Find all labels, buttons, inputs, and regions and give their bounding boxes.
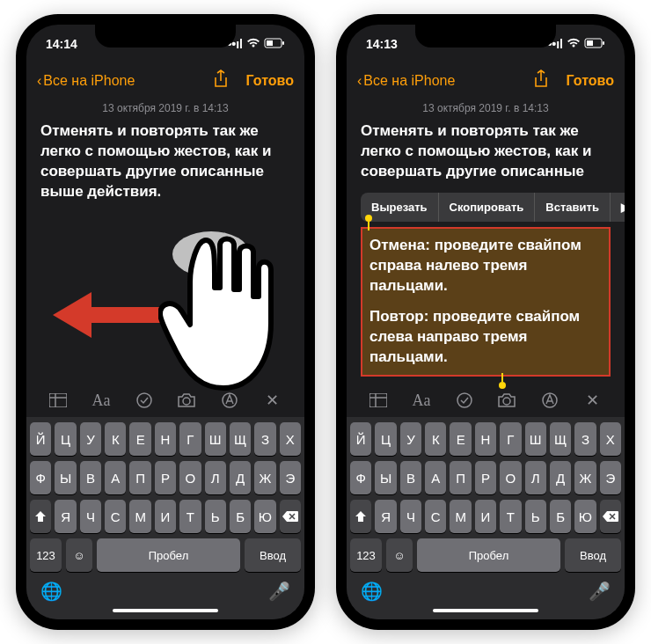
key-letter[interactable]: Я	[375, 500, 396, 533]
key-letter[interactable]: Т	[500, 500, 521, 533]
key-letter[interactable]: Ш	[525, 422, 546, 456]
key-emoji[interactable]: ☺	[66, 538, 92, 572]
key-letter[interactable]: Р	[155, 461, 176, 494]
back-button[interactable]: ‹Все на iPhone	[37, 73, 135, 89]
key-letter[interactable]: Ь	[525, 500, 546, 533]
key-letter[interactable]: Д	[550, 461, 571, 494]
ctx-copy[interactable]: Скопировать	[439, 193, 536, 223]
key-letter[interactable]: П	[129, 461, 150, 494]
key-return[interactable]: Ввод	[245, 538, 301, 572]
key-letter[interactable]: С	[425, 500, 446, 533]
note-content[interactable]: Отменять и повторять так же легко с помо…	[347, 121, 625, 384]
key-letter[interactable]: Щ	[230, 422, 251, 456]
key-letter[interactable]: Б	[230, 500, 251, 533]
key-letter[interactable]: Х	[600, 422, 621, 456]
key-letter[interactable]: Ш	[205, 422, 226, 456]
key-letter[interactable]: Ж	[254, 461, 275, 494]
key-letter[interactable]: У	[80, 422, 101, 456]
key-letter[interactable]: Г	[500, 422, 521, 456]
key-letter[interactable]: П	[450, 461, 471, 494]
key-letter[interactable]: Л	[205, 461, 226, 494]
key-letter[interactable]: У	[400, 422, 421, 456]
key-letter[interactable]: Ф	[350, 461, 371, 494]
key-letter[interactable]: Ы	[55, 461, 76, 494]
ctx-cut[interactable]: Вырезать	[361, 193, 439, 223]
key-letter[interactable]: К	[105, 422, 126, 456]
home-indicator[interactable]	[113, 609, 218, 612]
selection-handle-start[interactable]	[368, 222, 369, 231]
key-letter[interactable]: В	[400, 461, 421, 494]
key-letter[interactable]: К	[425, 422, 446, 456]
share-icon[interactable]	[533, 70, 549, 92]
key-letter[interactable]: Р	[475, 461, 496, 494]
key-letter[interactable]: М	[129, 500, 150, 533]
key-letter[interactable]: Т	[179, 500, 201, 533]
key-letter[interactable]: О	[179, 461, 201, 494]
text-format-button[interactable]: Aa	[412, 391, 431, 410]
key-letter[interactable]: Н	[475, 422, 496, 456]
globe-icon[interactable]: 🌐	[40, 581, 62, 602]
mic-icon[interactable]: 🎤	[589, 581, 611, 602]
key-letter[interactable]: Ц	[375, 422, 396, 456]
key-letter[interactable]: Щ	[550, 422, 571, 456]
key-letter[interactable]: А	[425, 461, 446, 494]
key-letter[interactable]: Ю	[574, 500, 596, 533]
key-letter[interactable]: Ф	[30, 461, 51, 494]
key-letter[interactable]: Ц	[55, 422, 76, 456]
key-space[interactable]: Пробел	[97, 538, 240, 572]
mic-icon[interactable]: 🎤	[268, 581, 290, 602]
checklist-icon[interactable]	[455, 391, 474, 410]
key-letter[interactable]: Ж	[574, 461, 596, 494]
key-letter[interactable]: Ч	[400, 500, 421, 533]
key-shift[interactable]	[350, 500, 371, 533]
table-icon[interactable]	[369, 391, 388, 410]
key-letter[interactable]: И	[155, 500, 176, 533]
key-letter[interactable]: Я	[55, 500, 76, 533]
back-button[interactable]: ‹Все на iPhone	[357, 73, 455, 89]
key-letter[interactable]: Ы	[375, 461, 396, 494]
done-button[interactable]: Готово	[567, 73, 614, 89]
key-letter[interactable]: З	[574, 422, 596, 456]
key-123[interactable]: 123	[350, 538, 382, 572]
key-123[interactable]: 123	[30, 538, 62, 572]
key-letter[interactable]: Э	[600, 461, 621, 494]
key-letter[interactable]: С	[105, 500, 126, 533]
key-letter[interactable]: Ю	[254, 500, 275, 533]
key-space[interactable]: Пробел	[417, 538, 560, 572]
key-letter[interactable]: Б	[550, 500, 571, 533]
ctx-more[interactable]: ▶	[611, 193, 625, 223]
key-backspace[interactable]	[280, 500, 301, 533]
key-shift[interactable]	[30, 500, 51, 533]
key-emoji[interactable]: ☺	[386, 538, 413, 572]
key-letter[interactable]: В	[80, 461, 101, 494]
key-letter[interactable]: З	[254, 422, 275, 456]
markup-icon[interactable]	[540, 391, 560, 410]
ctx-paste[interactable]: Вставить	[535, 193, 611, 223]
done-button[interactable]: Готово	[246, 73, 294, 89]
key-letter[interactable]: Ч	[80, 500, 101, 533]
key-letter[interactable]: Й	[350, 422, 371, 456]
globe-icon[interactable]: 🌐	[361, 581, 383, 602]
key-backspace[interactable]	[600, 500, 621, 533]
key-letter[interactable]: Ь	[205, 500, 226, 533]
share-icon[interactable]	[213, 70, 229, 92]
key-letter[interactable]: Н	[155, 422, 176, 456]
selected-text[interactable]: Отмена: проведите свайпом справа налево …	[361, 227, 611, 377]
selection-handle-end[interactable]	[501, 373, 503, 382]
key-letter[interactable]: М	[450, 500, 471, 533]
key-letter[interactable]: Г	[179, 422, 201, 456]
key-letter[interactable]: А	[105, 461, 126, 494]
camera-icon[interactable]	[497, 391, 516, 410]
key-letter[interactable]: Л	[525, 461, 546, 494]
close-icon[interactable]: ✕	[583, 391, 603, 410]
key-letter[interactable]: И	[475, 500, 496, 533]
key-letter[interactable]: Д	[230, 461, 251, 494]
key-return[interactable]: Ввод	[565, 538, 621, 572]
key-letter[interactable]: О	[500, 461, 521, 494]
key-letter[interactable]: Э	[280, 461, 301, 494]
key-letter[interactable]: Х	[280, 422, 301, 456]
key-letter[interactable]: Й	[30, 422, 51, 456]
key-letter[interactable]: Е	[129, 422, 150, 456]
home-indicator[interactable]	[433, 609, 538, 612]
key-letter[interactable]: Е	[450, 422, 471, 456]
